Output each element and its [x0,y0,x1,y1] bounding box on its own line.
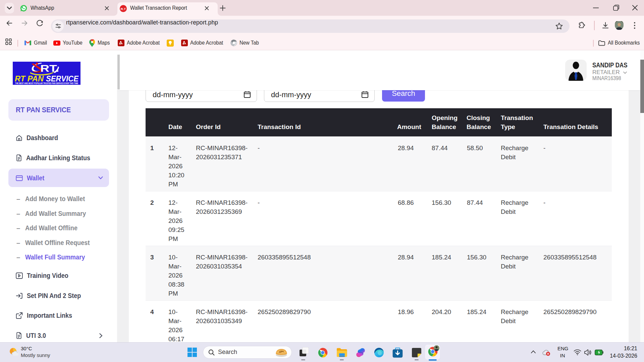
svg-text:R.T: R.T [121,7,126,11]
svg-text:THE BEST AND MOST POPULAR TRUS: THE BEST AND MOST POPULAR TRUSTED PAN SE… [15,82,78,84]
svg-text:RT.: RT. [40,63,59,74]
